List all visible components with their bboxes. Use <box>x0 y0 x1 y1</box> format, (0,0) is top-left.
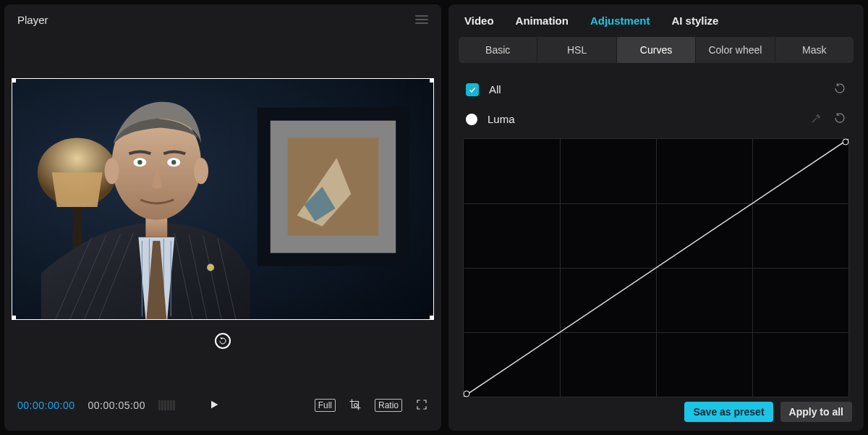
subtab-hsl[interactable]: HSL <box>537 37 616 63</box>
fullscreen-icon[interactable] <box>415 398 428 413</box>
svg-marker-32 <box>211 400 218 408</box>
timecode-duration: 00:00:05:00 <box>88 400 145 411</box>
curves-editor[interactable] <box>463 138 849 397</box>
full-toggle[interactable]: Full <box>315 399 336 412</box>
svg-point-30 <box>171 160 176 164</box>
video-preview-frame[interactable] <box>12 78 434 320</box>
player-panel: Player <box>4 4 441 431</box>
row-all: All <box>463 75 849 104</box>
svg-marker-2 <box>52 172 103 207</box>
save-preset-button[interactable]: Save as preset <box>684 402 773 422</box>
reset-all-icon[interactable] <box>833 82 846 97</box>
tab-video[interactable]: Video <box>464 14 494 27</box>
tab-adjustment[interactable]: Adjustment <box>590 14 650 27</box>
curve-line <box>464 139 848 397</box>
subtab-mask[interactable]: Mask <box>775 37 854 63</box>
subtab-curves[interactable]: Curves <box>617 37 695 63</box>
tab-animation[interactable]: Animation <box>516 14 569 27</box>
luma-swatch[interactable] <box>466 114 477 125</box>
player-title: Player <box>17 14 48 26</box>
inspector-footer: Save as preset Apply to all <box>684 402 852 422</box>
audio-levels-icon <box>158 400 175 410</box>
svg-line-34 <box>464 139 848 397</box>
curve-point-shadow[interactable] <box>464 391 470 397</box>
eyedropper-icon[interactable] <box>810 111 823 127</box>
reset-luma-icon[interactable] <box>833 111 846 127</box>
preview-image <box>12 79 433 319</box>
svg-point-26 <box>194 158 208 184</box>
checkbox-all[interactable] <box>466 83 479 96</box>
row-luma: Luma <box>463 104 849 134</box>
svg-point-28 <box>137 160 142 164</box>
curve-channel-rows: All Luma <box>448 75 864 134</box>
preview-area <box>4 33 441 393</box>
apply-to-all-button[interactable]: Apply to all <box>780 402 852 422</box>
crop-icon[interactable] <box>349 398 362 413</box>
player-controls: 00:00:00:00 00:00:05:00 Full Ratio <box>4 393 441 431</box>
inspector-panel: Video Animation Adjustment AI stylize Ba… <box>448 4 864 431</box>
ratio-toggle[interactable]: Ratio <box>375 399 402 412</box>
label-luma: Luma <box>488 113 800 125</box>
subtab-color-wheel[interactable]: Color wheel <box>696 37 774 63</box>
rotate-handle[interactable] <box>12 333 434 349</box>
subtab-basic[interactable]: Basic <box>459 37 537 63</box>
inspector-tabs: Video Animation Adjustment AI stylize <box>448 4 864 37</box>
tab-ai-stylize[interactable]: AI stylize <box>671 14 718 27</box>
player-menu-icon[interactable] <box>415 13 428 26</box>
player-header: Player <box>4 4 441 33</box>
label-all: All <box>489 83 823 96</box>
curve-point-highlight[interactable] <box>842 138 848 145</box>
svg-point-25 <box>105 158 119 184</box>
svg-point-31 <box>207 263 214 271</box>
play-button[interactable] <box>208 399 220 413</box>
svg-point-33 <box>354 403 357 407</box>
timecode-current[interactable]: 00:00:00:00 <box>17 400 75 411</box>
adjustment-subtabs: Basic HSL Curves Color wheel Mask <box>459 37 854 63</box>
